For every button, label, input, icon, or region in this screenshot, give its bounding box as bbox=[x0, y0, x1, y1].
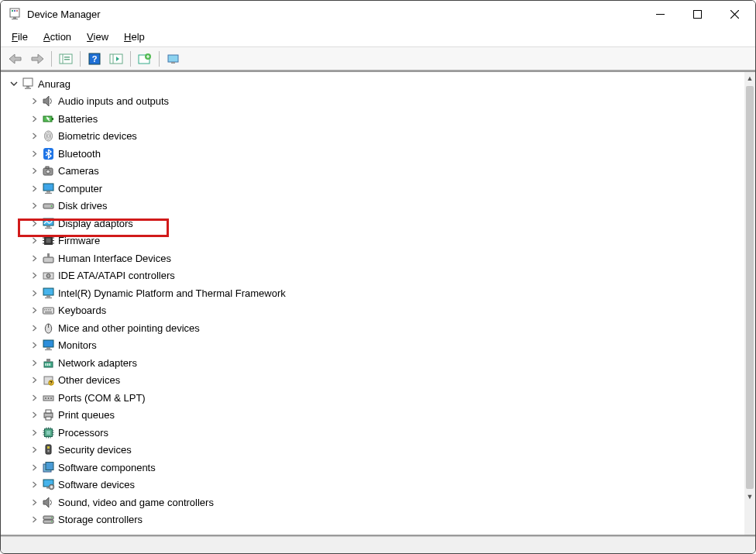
chevron-right-icon[interactable] bbox=[29, 148, 40, 159]
tree-item[interactable]: Other devices bbox=[9, 372, 744, 390]
tree-item-label: Firmware bbox=[58, 235, 100, 246]
tree-item[interactable]: Human Interface Devices bbox=[9, 249, 744, 267]
tree-item-label: Keyboards bbox=[58, 305, 106, 316]
tree-item[interactable]: Computer bbox=[9, 180, 744, 198]
close-button[interactable] bbox=[716, 2, 752, 26]
chevron-right-icon[interactable] bbox=[29, 113, 40, 124]
tree-item-label: Network adapters bbox=[58, 357, 137, 369]
monitor-icon bbox=[41, 181, 55, 195]
tree-item[interactable]: Intel(R) Dynamic Platform and Thermal Fr… bbox=[9, 284, 744, 302]
display-icon bbox=[41, 216, 55, 230]
tree-item[interactable]: IDE ATA/ATAPI controllers bbox=[9, 267, 744, 285]
other-icon bbox=[41, 373, 55, 387]
tree-item[interactable]: Batteries bbox=[9, 110, 744, 128]
menu-help[interactable]: Help bbox=[116, 29, 153, 45]
tree-item-label: Mice and other pointing devices bbox=[58, 322, 200, 334]
back-button[interactable] bbox=[5, 50, 26, 68]
chevron-right-icon[interactable] bbox=[29, 96, 40, 107]
tree-item[interactable]: Disk drives bbox=[9, 198, 744, 215]
chevron-right-icon[interactable] bbox=[29, 340, 40, 351]
maximize-button[interactable] bbox=[679, 2, 715, 26]
svg-text:?: ? bbox=[92, 54, 98, 64]
vertical-scrollbar[interactable]: ▲ ▼ bbox=[744, 72, 755, 535]
chevron-right-icon[interactable] bbox=[29, 357, 40, 368]
scroll-thumb[interactable] bbox=[746, 86, 754, 489]
tree-item[interactable]: Cameras bbox=[9, 163, 744, 181]
chevron-right-icon[interactable] bbox=[29, 270, 40, 281]
minimize-button[interactable] bbox=[642, 2, 678, 26]
tree-root-node[interactable]: Anurag bbox=[9, 75, 744, 93]
chevron-right-icon[interactable] bbox=[29, 375, 40, 386]
toolbar-separator bbox=[80, 51, 81, 67]
svg-rect-2 bbox=[12, 19, 18, 19]
swcomp-icon bbox=[41, 460, 55, 474]
tree-item[interactable]: Firmware bbox=[9, 232, 744, 250]
tree-item[interactable]: Mice and other pointing devices bbox=[9, 319, 744, 337]
tree-item[interactable]: Monitors bbox=[9, 337, 744, 355]
device-tree[interactable]: Anurag Audio inputs and outputsBatteries… bbox=[1, 72, 744, 535]
scroll-up-button[interactable]: ▲ bbox=[744, 72, 755, 84]
help-button[interactable]: ? bbox=[84, 50, 105, 68]
svg-rect-22 bbox=[171, 62, 175, 64]
port-icon bbox=[41, 391, 55, 404]
tree-item[interactable]: Sound, video and game controllers bbox=[9, 494, 744, 511]
chevron-right-icon[interactable] bbox=[29, 462, 40, 473]
show-hidden-button[interactable] bbox=[163, 50, 184, 68]
chevron-right-icon[interactable] bbox=[29, 392, 40, 403]
chevron-right-icon[interactable] bbox=[29, 236, 40, 246]
forward-button[interactable] bbox=[27, 50, 47, 68]
window-title: Device Manager bbox=[27, 9, 642, 20]
tree-item-label: IDE ATA/ATAPI controllers bbox=[58, 270, 175, 281]
menu-file[interactable]: File bbox=[4, 29, 36, 45]
chevron-right-icon[interactable] bbox=[29, 218, 40, 229]
tree-item-label: Processors bbox=[58, 427, 108, 439]
title-bar: Device Manager bbox=[1, 1, 755, 27]
tree-item[interactable]: Print queues bbox=[9, 407, 744, 425]
tree-item-label: Storage controllers bbox=[58, 514, 143, 525]
scan-hardware-button[interactable] bbox=[106, 50, 126, 68]
finger-icon bbox=[41, 129, 55, 143]
chevron-right-icon[interactable] bbox=[29, 253, 40, 263]
tree-item-label: Disk drives bbox=[58, 200, 108, 212]
chevron-right-icon[interactable] bbox=[29, 287, 40, 298]
tree-item[interactable]: Bluetooth bbox=[9, 145, 744, 163]
chevron-right-icon[interactable] bbox=[29, 445, 40, 456]
update-driver-button[interactable] bbox=[135, 50, 155, 68]
scroll-down-button[interactable]: ▼ bbox=[744, 490, 755, 503]
tree-item[interactable]: Ports (COM & LPT) bbox=[9, 389, 744, 407]
chevron-right-icon[interactable] bbox=[29, 201, 40, 212]
root-label: Anurag bbox=[38, 78, 70, 90]
tree-item[interactable]: Network adapters bbox=[9, 354, 744, 372]
tree-item[interactable]: Biometric devices bbox=[9, 128, 744, 146]
chevron-down-icon[interactable] bbox=[9, 78, 19, 89]
chevron-right-icon[interactable] bbox=[29, 427, 40, 438]
tree-item[interactable]: Software devices bbox=[9, 477, 744, 494]
properties-button[interactable] bbox=[56, 50, 76, 68]
menu-view[interactable]: View bbox=[79, 29, 116, 45]
menu-action[interactable]: Action bbox=[36, 29, 79, 45]
chevron-right-icon[interactable] bbox=[29, 305, 40, 316]
tree-item[interactable]: Keyboards bbox=[9, 302, 744, 320]
chevron-right-icon[interactable] bbox=[29, 497, 40, 508]
svg-rect-0 bbox=[10, 9, 19, 17]
tree-item[interactable]: Display adaptors bbox=[9, 215, 744, 232]
tree-item[interactable]: Storage controllers bbox=[9, 511, 744, 529]
chevron-right-icon[interactable] bbox=[29, 166, 40, 177]
svg-rect-4 bbox=[14, 10, 15, 12]
tree-item[interactable]: Audio inputs and outputs bbox=[9, 93, 744, 111]
storage-icon bbox=[41, 513, 55, 527]
monitor2-icon bbox=[41, 286, 55, 300]
tree-item[interactable]: Software components bbox=[9, 459, 744, 477]
toolbar-separator bbox=[51, 51, 52, 67]
chevron-right-icon[interactable] bbox=[29, 183, 40, 194]
chevron-right-icon[interactable] bbox=[29, 480, 40, 490]
tree-item[interactable]: Security devices bbox=[9, 442, 744, 459]
tree-item-label: Monitors bbox=[58, 339, 97, 351]
tree-item-label: Other devices bbox=[58, 374, 120, 386]
chevron-right-icon[interactable] bbox=[29, 514, 40, 525]
chevron-right-icon[interactable] bbox=[29, 410, 40, 421]
chevron-right-icon[interactable] bbox=[29, 131, 40, 142]
chevron-right-icon[interactable] bbox=[29, 322, 40, 333]
tree-item-label: Cameras bbox=[58, 165, 99, 177]
tree-item[interactable]: Processors bbox=[9, 424, 744, 442]
